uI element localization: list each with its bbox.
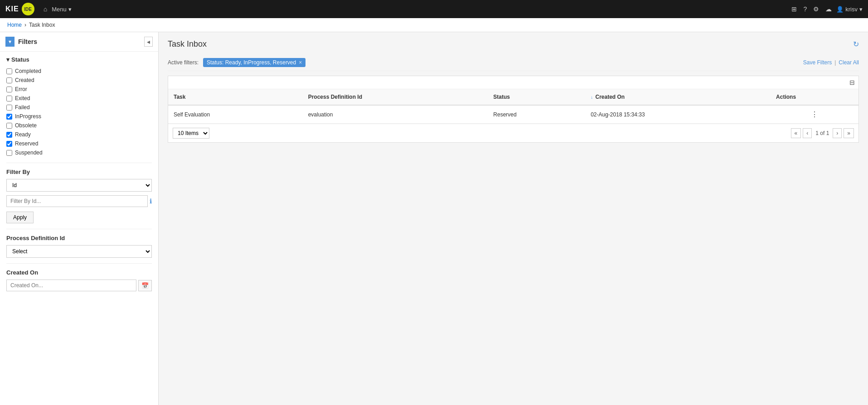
cloud-icon[interactable]: ☁ xyxy=(825,5,832,13)
breadcrumb-separator: › xyxy=(24,22,26,28)
status-item: InProgress xyxy=(6,112,152,121)
last-page-button[interactable]: » xyxy=(844,128,854,138)
pagination-controls: « ‹ 1 of 1 › » xyxy=(791,128,854,138)
status-item: Exited xyxy=(6,94,152,103)
filter-actions: Save Filters | Clear All xyxy=(803,59,859,66)
filter-tag-text: Status: Ready, InProgress, Reserved xyxy=(207,59,296,66)
kie-logo: KIE IDE xyxy=(5,3,34,15)
info-icon: ℹ xyxy=(150,198,152,205)
column-toggle-icon[interactable]: ⊟ xyxy=(849,79,855,86)
table-header-row: Task Process Definition Id Status ↓ Crea… xyxy=(168,89,858,105)
main-layout: ▾ Filters ◂ ▾ Status CompletedCreatedErr… xyxy=(0,32,868,405)
actions-menu-button[interactable]: ⋮ xyxy=(771,105,858,124)
status-label-created: Created xyxy=(15,77,34,83)
ide-badge: IDE xyxy=(22,3,34,15)
filter-by-title: Filter By xyxy=(6,169,152,175)
status-item: Obsolete xyxy=(6,121,152,130)
status-checkbox-obsolete[interactable] xyxy=(6,123,12,129)
breadcrumb-home[interactable]: Home xyxy=(7,22,22,28)
status-label-reserved: Reserved xyxy=(15,140,38,147)
next-page-button[interactable]: › xyxy=(833,128,842,138)
col-actions: Actions xyxy=(771,89,858,105)
username: krisv xyxy=(845,6,858,13)
clear-all-link[interactable]: Clear All xyxy=(839,59,859,66)
active-filters-label: Active filters: xyxy=(168,59,199,66)
status-label-suspended: Suspended xyxy=(15,149,43,156)
status-checkbox-error[interactable] xyxy=(6,87,12,92)
table-row: Self EvaluationevaluationReserved02-Aug-… xyxy=(168,105,858,124)
user-dropdown-icon: ▾ xyxy=(859,6,863,13)
sidebar-header: ▾ Filters ◂ xyxy=(0,32,158,52)
status-label-error: Error xyxy=(15,86,27,92)
created-on-input[interactable] xyxy=(6,280,136,291)
cell-process-def-id: evaluation xyxy=(303,105,488,124)
status-item: Suspended xyxy=(6,148,152,157)
filter-tag-close-icon[interactable]: × xyxy=(299,59,302,66)
prev-page-button[interactable]: ‹ xyxy=(803,128,812,138)
status-checkbox-inprogress[interactable] xyxy=(6,114,12,120)
breadcrumb: Home › Task Inbox xyxy=(0,18,868,32)
nav-icons: ⊞ ? ⚙ ☁ xyxy=(791,5,832,13)
filter-actions-sep: | xyxy=(834,59,836,66)
apply-button[interactable]: Apply xyxy=(6,212,34,223)
user-menu[interactable]: 👤 krisv ▾ xyxy=(836,6,863,13)
refresh-icon[interactable]: ↻ xyxy=(853,40,859,48)
sort-arrow-icon: ↓ xyxy=(591,95,593,100)
main-content: Task Inbox ↻ Active filters: Status: Rea… xyxy=(159,32,868,405)
task-table-body: Self EvaluationevaluationReserved02-Aug-… xyxy=(168,105,858,124)
status-checkbox-exited[interactable] xyxy=(6,96,12,101)
kie-brand-text: KIE xyxy=(5,5,19,13)
status-checkbox-completed[interactable] xyxy=(6,68,12,74)
status-item: Failed xyxy=(6,103,152,112)
breadcrumb-current: Task Inbox xyxy=(29,22,55,28)
user-icon: 👤 xyxy=(836,6,844,13)
status-item: Ready xyxy=(6,130,152,139)
cell-task: Self Evaluation xyxy=(168,105,303,124)
table-toolbar: ⊟ xyxy=(168,76,858,89)
status-item: Created xyxy=(6,76,152,85)
status-checkbox-ready[interactable] xyxy=(6,132,12,138)
status-checkbox-failed[interactable] xyxy=(6,105,12,111)
process-def-select[interactable]: Select xyxy=(6,245,152,258)
status-label-inprogress: InProgress xyxy=(15,113,41,120)
filter-content: ▾ Status CompletedCreatedErrorExitedFail… xyxy=(0,52,158,296)
status-label-failed: Failed xyxy=(15,104,30,111)
menu-chevron-icon: ▾ xyxy=(68,6,72,13)
cell-created-on: 02-Aug-2018 15:34:33 xyxy=(585,105,771,124)
settings-icon[interactable]: ⚙ xyxy=(813,5,819,13)
process-def-title: Process Definition Id xyxy=(6,235,152,241)
status-item: Reserved xyxy=(6,139,152,148)
sidebar: ▾ Filters ◂ ▾ Status CompletedCreatedErr… xyxy=(0,32,159,405)
col-created-on[interactable]: ↓ Created On xyxy=(585,89,771,105)
page-header: Task Inbox ↻ xyxy=(168,39,859,49)
status-label-obsolete: Obsolete xyxy=(15,122,37,129)
calendar-icon[interactable]: 📅 xyxy=(138,280,152,291)
created-on-input-row: 📅 xyxy=(6,280,152,291)
sidebar-collapse-button[interactable]: ◂ xyxy=(144,37,153,47)
cell-status: Reserved xyxy=(488,105,585,124)
first-page-button[interactable]: « xyxy=(791,128,801,138)
col-process-def: Process Definition Id xyxy=(303,89,488,105)
filter-by-input[interactable] xyxy=(6,195,148,207)
items-per-page-select[interactable]: 10 Items 20 Items 50 Items xyxy=(173,128,209,139)
status-item: Error xyxy=(6,85,152,94)
status-section-title[interactable]: ▾ Status xyxy=(6,56,152,63)
grid-icon[interactable]: ⊞ xyxy=(791,5,797,13)
save-filters-link[interactable]: Save Filters xyxy=(803,59,832,66)
status-chevron-icon: ▾ xyxy=(6,56,10,63)
filter-tag: Status: Ready, InProgress, Reserved × xyxy=(203,58,305,67)
status-checkbox-suspended[interactable] xyxy=(6,150,12,156)
col-task: Task xyxy=(168,89,303,105)
menu-button[interactable]: Menu ▾ xyxy=(52,6,72,13)
home-icon[interactable]: ⌂ xyxy=(44,5,47,13)
status-checkbox-reserved[interactable] xyxy=(6,141,12,147)
filter-toggle-icon[interactable]: ▾ xyxy=(5,37,15,47)
page-info: 1 of 1 xyxy=(814,130,831,136)
active-filters-bar: Active filters: Status: Ready, InProgres… xyxy=(168,54,859,71)
status-item: Completed xyxy=(6,67,152,76)
help-icon[interactable]: ? xyxy=(803,5,807,13)
status-checkbox-created[interactable] xyxy=(6,77,12,83)
filter-input-row: ℹ xyxy=(6,195,152,207)
filter-by-select[interactable]: IdNameDescription xyxy=(6,179,152,192)
task-table: Task Process Definition Id Status ↓ Crea… xyxy=(168,89,858,124)
